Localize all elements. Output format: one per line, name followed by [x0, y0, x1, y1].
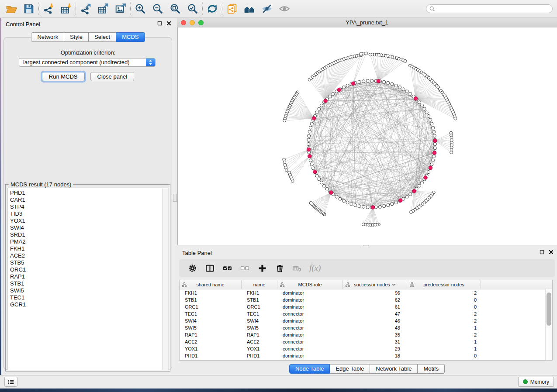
close-panel-icon[interactable] [549, 250, 554, 254]
mcds-list-item[interactable]: PHD1 [10, 189, 163, 196]
delete-button[interactable] [274, 263, 285, 273]
column-header-predecessor-nodes[interactable]: predecessor nodes [407, 280, 481, 289]
optimization-criterion-select[interactable]: largest connected component (undirected) [19, 58, 156, 67]
table-row[interactable]: PHD1PHD1dominator180 [180, 352, 552, 359]
network-canvas[interactable] [177, 28, 557, 245]
float-panel-icon[interactable] [540, 250, 544, 254]
mcds-list-item[interactable]: PMA2 [10, 238, 163, 245]
import-table-button[interactable] [57, 1, 75, 16]
table-scrollbar-thumb[interactable] [547, 292, 551, 326]
mcds-list-item[interactable]: GCR1 [10, 301, 163, 308]
mcds-list-item[interactable]: STB1 [10, 280, 163, 287]
hide-selected-button[interactable] [258, 1, 276, 16]
mcds-list-scrollbar[interactable] [162, 188, 169, 370]
table-row[interactable]: ORC1ORC1dominator610 [180, 303, 552, 310]
select-all-icon [223, 264, 232, 273]
mcds-list-item[interactable]: SWI5 [10, 287, 163, 294]
column-header-mcds-role[interactable]: MCDS role [277, 280, 343, 289]
memory-button[interactable]: Memory [518, 377, 554, 387]
select-all-button[interactable] [222, 263, 232, 273]
open-session-button[interactable] [3, 1, 20, 16]
sort-descending-icon [392, 283, 396, 286]
save-session-button[interactable] [20, 1, 38, 16]
tab-style[interactable]: Style [64, 32, 89, 42]
show-all-icon [279, 3, 290, 14]
toolbar-separator [130, 3, 131, 15]
delete-table-button[interactable] [292, 263, 302, 273]
tab-network[interactable]: Network [31, 32, 64, 42]
mcds-list-item[interactable]: FKH1 [10, 245, 163, 252]
import-network-button[interactable] [40, 1, 57, 16]
show-all-button[interactable] [276, 1, 293, 16]
network-graph[interactable] [178, 28, 557, 244]
zoom-fit-button[interactable] [166, 1, 184, 16]
settings-button[interactable] [187, 263, 197, 273]
network-titlebar[interactable]: YPA_prune.txt_1 [177, 18, 557, 28]
cell-predecessor-nodes: 0 [407, 352, 481, 359]
zoom-selected-button[interactable] [184, 1, 201, 16]
table-row[interactable]: FKH1FKH1dominator962 [180, 289, 552, 296]
column-header-name[interactable]: name [242, 280, 277, 289]
mcds-list-item[interactable]: YOX1 [10, 217, 163, 224]
duplicate-network-button[interactable] [223, 1, 241, 16]
table-row[interactable]: SWI4SWI4dominator462 [180, 317, 552, 324]
column-header-shared-name[interactable]: shared name [180, 280, 242, 289]
cell-successor-nodes: 47 [343, 310, 407, 317]
vertical-splitter-grip[interactable] [173, 194, 177, 202]
tab-edge-table[interactable]: Edge Table [330, 364, 370, 374]
table-row[interactable]: SWI5SWI5connector431 [180, 324, 552, 331]
mcds-list-item[interactable]: RAP1 [10, 273, 163, 280]
cell-successor-nodes: 43 [343, 324, 407, 331]
run-mcds-button[interactable]: Run MCDS [42, 72, 85, 81]
toolbar-separator [202, 3, 203, 15]
tab-select[interactable]: Select [89, 32, 116, 42]
mcds-list-item[interactable]: SWI4 [10, 224, 163, 231]
duplicate-network-icon [226, 3, 238, 14]
export-table-button[interactable] [94, 1, 112, 16]
table-row[interactable]: ACE2ACE2connector311 [180, 338, 552, 345]
mcds-list-item[interactable]: ACE2 [10, 252, 163, 259]
mcds-list-item[interactable]: TEC1 [10, 294, 163, 301]
mcds-list-item[interactable]: STP4 [10, 203, 163, 210]
table-body: FKH1FKH1dominator962STB1STB1dominator620… [180, 289, 552, 359]
tab-node-table[interactable]: Node Table [289, 364, 330, 374]
tab-network-table[interactable]: Network Table [370, 364, 418, 374]
function-builder-button[interactable]: f(x) [309, 263, 321, 273]
search-box[interactable] [426, 4, 553, 13]
refresh-button[interactable] [204, 1, 221, 16]
table-row[interactable]: YOX1YOX1connector291 [180, 345, 552, 352]
split-columns-icon [205, 264, 214, 273]
node-table: shared namenameMCDS rolesuccessor nodesp… [179, 280, 553, 361]
zoom-out-button[interactable] [149, 1, 166, 16]
mcds-result-list[interactable]: PHD1CAR1STP4TID3YOX1SWI4SRD1PMA2FKH1ACE2… [7, 188, 169, 370]
table-row[interactable]: TEC1TEC1connector472 [180, 310, 552, 317]
search-input[interactable] [435, 5, 552, 13]
export-image-button[interactable] [112, 1, 129, 16]
mcds-list-item[interactable]: ORC1 [10, 266, 163, 273]
mcds-list-item[interactable]: CAR1 [10, 196, 163, 203]
export-network-button[interactable] [77, 1, 94, 16]
mcds-list-item[interactable]: TID3 [10, 210, 163, 217]
save-session-icon [23, 3, 35, 14]
table-row[interactable]: RAP1RAP1dominator352 [180, 331, 552, 338]
close-panel-button[interactable]: Close panel [90, 72, 135, 81]
tab-motifs[interactable]: Motifs [418, 364, 445, 374]
first-neighbors-button[interactable] [241, 1, 258, 16]
tab-mcds[interactable]: MCDS [116, 32, 145, 42]
float-panel-icon[interactable] [157, 21, 162, 26]
clear-all-button[interactable] [239, 263, 250, 273]
mcds-list-item[interactable]: STB5 [10, 259, 163, 266]
split-columns-button[interactable] [204, 263, 215, 273]
table-scrollbar[interactable] [545, 289, 552, 360]
mcds-list-item[interactable]: SRD1 [10, 231, 163, 238]
table-row[interactable]: STB1STB1dominator620 [180, 296, 552, 303]
column-header-successor-nodes[interactable]: successor nodes [343, 280, 407, 289]
close-panel-icon[interactable] [166, 21, 171, 26]
task-history-button[interactable] [4, 377, 17, 387]
import-table-icon [60, 3, 72, 14]
zoom-in-button[interactable] [131, 1, 149, 16]
add-button[interactable] [257, 263, 267, 273]
mcds-result-title: MCDS result (17 nodes) [9, 181, 73, 188]
cell-shared-name: PHD1 [180, 352, 242, 359]
toolbar-icon-groups [3, 1, 293, 16]
